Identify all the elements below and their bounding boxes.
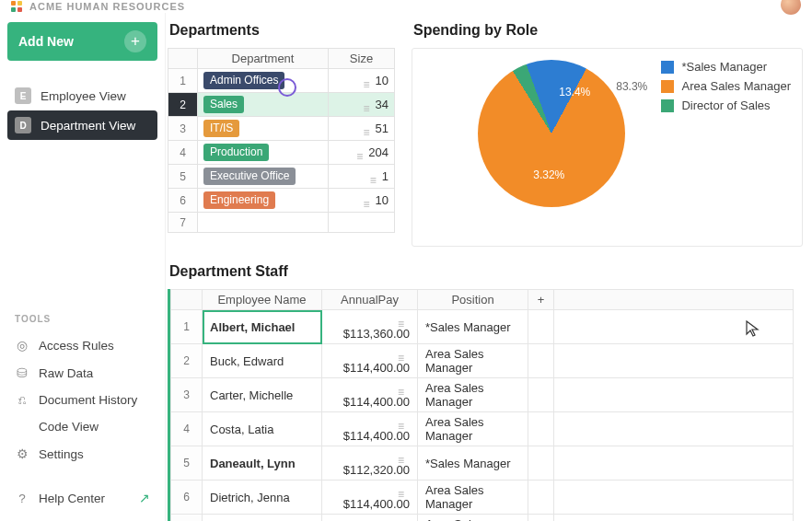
table-row[interactable]: 7 Digitale, Alfred $116,480.00 Area Sale… — [171, 515, 794, 522]
row-number[interactable]: 4 — [171, 412, 203, 446]
help-center-link[interactable]: ? Help Center ↗ — [7, 484, 157, 512]
row-number[interactable]: 1 — [168, 69, 198, 93]
employee-name-cell[interactable]: Dietrich, Jenna — [203, 480, 322, 515]
pie-slice-label: 3.32% — [533, 168, 564, 181]
annual-pay-cell[interactable]: $114,400.00 — [322, 412, 418, 446]
add-column-button[interactable]: + — [528, 290, 554, 310]
row-number[interactable]: 7 — [168, 213, 198, 233]
table-row[interactable]: 5 Daneault, Lynn $112,320.00 *Sales Mana… — [171, 446, 794, 480]
dept-tag: Admin Offices — [203, 72, 284, 89]
position-cell[interactable]: Area Sales Manager — [418, 480, 528, 515]
legend-label: Director of Sales — [681, 98, 770, 112]
table-row[interactable]: 6 Dietrich, Jenna $114,400.00 Area Sales… — [171, 480, 794, 515]
sidebar-view-department-view[interactable]: DDepartment View — [7, 110, 157, 140]
dept-cell[interactable]: Production — [198, 141, 329, 165]
table-row[interactable]: 2 Sales 34 — [168, 93, 395, 117]
col-size[interactable]: Size — [329, 49, 395, 69]
size-cell[interactable]: 1 — [329, 165, 395, 189]
dept-cell[interactable]: Admin Offices — [198, 69, 329, 93]
table-row[interactable]: 3 IT/IS 51 — [168, 117, 395, 141]
tool-raw-data[interactable]: ⛁Raw Data — [7, 359, 157, 387]
annual-pay-cell[interactable]: $114,400.00 — [322, 480, 418, 515]
tool-label: Access Rules — [39, 339, 114, 353]
position-cell[interactable]: Area Sales Manager — [418, 344, 528, 378]
employee-name-cell[interactable]: Daneault, Lynn — [203, 446, 322, 480]
tool-access-rules[interactable]: ◎Access Rules — [7, 331, 157, 359]
dept-cell[interactable] — [198, 213, 329, 233]
row-number[interactable]: 6 — [171, 480, 203, 515]
plus-icon: + — [124, 30, 146, 52]
table-row[interactable]: 4 Costa, Latia $114,400.00 Area Sales Ma… — [171, 412, 794, 446]
list-icon — [358, 197, 370, 206]
employee-name-cell[interactable]: Buck, Edward — [203, 344, 322, 378]
row-number[interactable]: 3 — [168, 117, 198, 141]
annual-pay-cell[interactable]: $114,400.00 — [322, 378, 418, 412]
row-number[interactable]: 5 — [168, 165, 198, 189]
size-cell[interactable]: 204 — [329, 141, 395, 165]
dept-cell[interactable]: Engineering — [198, 189, 329, 213]
table-row[interactable]: 3 Carter, Michelle $114,400.00 Area Sale… — [171, 378, 794, 412]
table-row[interactable]: 7 — [168, 213, 395, 233]
table-row[interactable]: 6 Engineering 10 — [168, 189, 395, 213]
annual-pay-cell[interactable]: $113,360.00 — [322, 310, 418, 344]
view-badge: E — [15, 87, 31, 104]
position-cell[interactable]: *Sales Manager — [418, 446, 528, 480]
col-employee-name[interactable]: Employee Name — [203, 290, 322, 310]
position-cell[interactable]: Area Sales Manager — [418, 378, 528, 412]
size-cell[interactable]: 10 — [329, 69, 395, 93]
table-row[interactable]: 2 Buck, Edward $114,400.00 Area Sales Ma… — [171, 344, 794, 378]
annual-pay-cell[interactable]: $114,400.00 — [322, 344, 418, 378]
row-number[interactable]: 2 — [168, 93, 198, 117]
row-number[interactable]: 1 — [171, 310, 203, 344]
add-new-label: Add New — [18, 34, 74, 49]
position-cell[interactable]: Area Sales Manager — [418, 515, 528, 522]
list-icon — [358, 77, 370, 87]
annual-pay-cell[interactable]: $116,480.00 — [322, 515, 418, 522]
list-icon — [358, 101, 370, 110]
list-icon — [392, 453, 404, 462]
sidebar-view-employee-view[interactable]: EEmployee View — [7, 81, 157, 110]
legend-label: Area Sales Manager — [681, 79, 791, 93]
row-number[interactable]: 7 — [171, 515, 203, 522]
annual-pay-cell[interactable]: $112,320.00 — [322, 446, 418, 480]
row-number[interactable]: 4 — [168, 141, 198, 165]
row-number[interactable]: 6 — [168, 189, 198, 213]
dept-cell[interactable]: Sales — [198, 93, 329, 117]
list-icon — [392, 317, 404, 326]
employee-name-cell[interactable]: Digitale, Alfred — [203, 515, 322, 522]
size-cell[interactable]: 10 — [329, 189, 395, 213]
dept-cell[interactable]: IT/IS — [198, 117, 329, 141]
legend-swatch — [661, 80, 674, 93]
list-icon — [392, 385, 404, 394]
tool-settings[interactable]: ⚙Settings — [7, 440, 157, 468]
add-new-button[interactable]: Add New + — [7, 22, 157, 61]
dept-tag: IT/IS — [203, 120, 239, 137]
tool-document-history[interactable]: ⎌Document History — [7, 387, 157, 413]
row-number[interactable]: 2 — [171, 344, 203, 378]
table-row[interactable]: 1 Albert, Michael $113,360.00 *Sales Man… — [171, 310, 794, 344]
size-cell[interactable]: 34 — [329, 93, 395, 117]
row-number[interactable]: 5 — [171, 446, 203, 480]
size-cell[interactable]: 51 — [329, 117, 395, 141]
position-cell[interactable]: *Sales Manager — [418, 310, 528, 344]
col-annual-pay[interactable]: AnnualPay — [322, 290, 418, 310]
table-row[interactable]: 4 Production 204 — [168, 141, 395, 165]
departments-table[interactable]: Department Size 1 Admin Offices 102 Sale… — [168, 48, 395, 233]
list-icon — [392, 351, 404, 360]
col-department[interactable]: Department — [198, 49, 329, 69]
employee-name-cell[interactable]: Albert, Michael — [203, 310, 322, 344]
tool-label: Settings — [39, 447, 84, 461]
position-cell[interactable]: Area Sales Manager — [418, 412, 528, 446]
employee-name-cell[interactable]: Costa, Latia — [203, 412, 322, 446]
employee-name-cell[interactable]: Carter, Michelle — [203, 378, 322, 412]
table-row[interactable]: 1 Admin Offices 10 — [168, 69, 395, 93]
col-position[interactable]: Position — [418, 290, 528, 310]
table-row[interactable]: 5 Executive Office 1 — [168, 165, 395, 189]
dept-cell[interactable]: Executive Office — [198, 165, 329, 189]
tool-code-view[interactable]: Code View — [7, 413, 157, 440]
staff-table[interactable]: Employee Name AnnualPay Position + 1 Alb… — [170, 289, 794, 521]
size-cell[interactable] — [329, 213, 395, 233]
list-icon — [358, 125, 370, 134]
view-label: Employee View — [41, 89, 126, 103]
row-number[interactable]: 3 — [171, 378, 203, 412]
